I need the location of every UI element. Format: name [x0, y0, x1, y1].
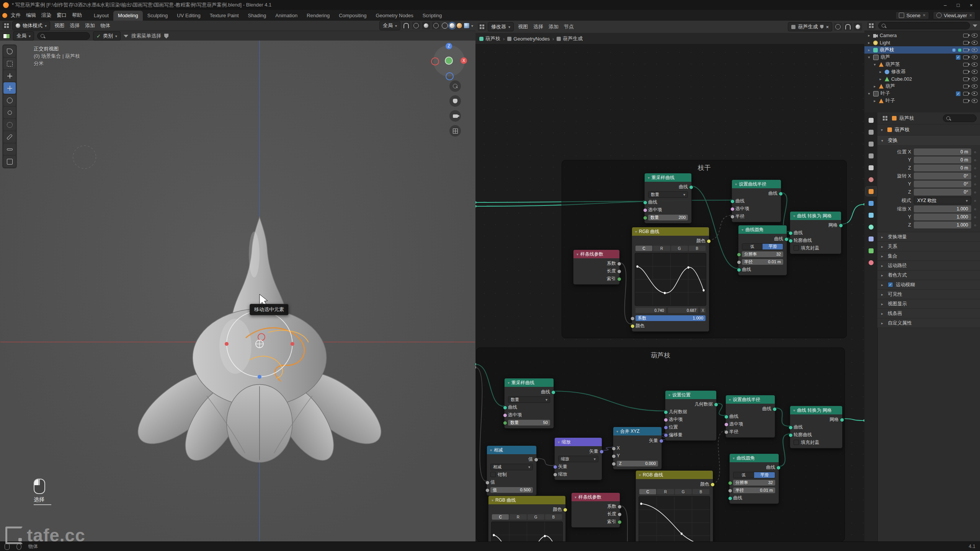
disclosure-icon[interactable]: ▸: [881, 254, 885, 258]
node-resample-curve-1[interactable]: ▾重采样曲线曲线数量▾曲线选中项数量200: [644, 173, 692, 223]
z-neg-axis-dot[interactable]: [446, 72, 454, 80]
disclosure-icon[interactable]: ▸: [878, 77, 883, 81]
eye-icon[interactable]: [972, 48, 978, 52]
node-value-field[interactable]: 分辨率32: [733, 480, 775, 486]
properties-section-运动路径[interactable]: ▸运动路径: [877, 261, 980, 271]
node-spline-parameter-2[interactable]: ▾样条线参数系数长度索引: [571, 492, 620, 528]
disclosure-icon[interactable]: ▸: [867, 41, 871, 45]
tool-add-cube[interactable]: [3, 156, 16, 167]
breadcrumb-item[interactable]: 葫芦生成: [557, 35, 583, 42]
node-value-field[interactable]: Z0.000: [617, 461, 658, 466]
viewlayer-unlink-icon[interactable]: ×: [969, 13, 972, 18]
x-neg-axis-dot[interactable]: [431, 57, 439, 65]
tool-tweak[interactable]: [3, 46, 16, 57]
properties-breadcrumb-object[interactable]: 葫芦枝: [899, 115, 914, 122]
collapse-icon[interactable]: ▾: [648, 176, 650, 180]
eye-icon[interactable]: [972, 99, 978, 103]
input-socket[interactable]: [664, 410, 668, 414]
properties-section-变换增量[interactable]: ▸变换增量: [877, 232, 980, 242]
node-editor-type-icon[interactable]: [478, 23, 486, 31]
properties-tab-material[interactable]: [866, 258, 876, 267]
tool-orientation-dropdown[interactable]: 全局 ▾: [13, 31, 34, 41]
outliner-row[interactable]: ▸葫芦枝: [864, 46, 980, 54]
disclosure-icon[interactable]: ▾: [867, 91, 871, 96]
workspace-tab-geometry-nodes[interactable]: Geometry Nodes: [371, 11, 418, 21]
menu-item[interactable]: 添加: [82, 21, 98, 30]
output-socket[interactable]: [617, 505, 622, 509]
disclosure-icon[interactable]: ▸: [881, 321, 885, 325]
output-socket[interactable]: [776, 466, 781, 470]
animate-dot[interactable]: ○: [974, 166, 976, 170]
eye-icon[interactable]: [972, 41, 978, 45]
tool-select-box[interactable]: [3, 58, 16, 69]
transform-field[interactable]: 1.000: [914, 214, 971, 220]
outliner-row[interactable]: ▸Light: [864, 39, 980, 46]
rendered-shading-icon[interactable]: [464, 23, 470, 29]
node-rgb-curves-1[interactable]: ▾RGB 曲线颜色CRGB0.7400.687X系数1.000颜色: [632, 227, 709, 332]
input-socket[interactable]: [630, 324, 635, 328]
navigation-gizmo[interactable]: Z X: [433, 45, 465, 77]
eye-icon[interactable]: [972, 55, 978, 59]
menu-item[interactable]: 视图: [515, 23, 531, 31]
node-dropdown[interactable]: 数量▾: [648, 191, 688, 198]
transform-field[interactable]: 0 m: [914, 148, 971, 155]
viewlayer-selector[interactable]: ViewLayer ×: [933, 11, 975, 20]
overlays-toggle[interactable]: [432, 22, 440, 29]
eye-icon[interactable]: [972, 70, 978, 74]
outliner-row[interactable]: ▸修改器: [864, 68, 980, 75]
node-header[interactable]: ▾RGB 曲线: [488, 496, 565, 504]
disclosure-icon[interactable]: ▸: [881, 273, 885, 277]
mode-dropdown[interactable]: 物体模式 ▾: [12, 21, 50, 30]
disclosure-icon[interactable]: ▸: [881, 311, 885, 316]
toggle-option[interactable]: 弧: [742, 244, 763, 249]
properties-section-关系[interactable]: ▸关系: [877, 242, 980, 251]
input-socket[interactable]: [612, 462, 616, 466]
collection-checkbox[interactable]: ✓: [956, 55, 961, 60]
input-socket[interactable]: [503, 406, 507, 410]
properties-tab-render[interactable]: [866, 127, 876, 137]
properties-section-线条画[interactable]: ▸线条画: [877, 309, 980, 318]
pan-button[interactable]: [449, 95, 461, 107]
curve-widget[interactable]: [635, 253, 706, 306]
gizmo-toggle[interactable]: [422, 22, 430, 29]
node-math-subtract[interactable]: ▾相减值相减▾钳制值值0.500: [487, 445, 537, 496]
node-checkbox[interactable]: [794, 245, 799, 251]
input-socket[interactable]: [728, 489, 732, 493]
collapse-icon[interactable]: ▾: [729, 398, 731, 402]
disclosure-icon[interactable]: ▸: [878, 70, 883, 74]
output-socket[interactable]: [599, 450, 604, 454]
eye-icon[interactable]: [972, 77, 978, 81]
properties-section-可见性[interactable]: ▸可见性: [877, 290, 980, 299]
toggle-option[interactable]: 弧: [733, 472, 754, 478]
orientation-dropdown[interactable]: 全局 ▾: [379, 21, 400, 30]
workspace-tab-animation[interactable]: Animation: [271, 11, 302, 21]
transform-field[interactable]: 0°: [914, 173, 971, 179]
output-socket[interactable]: [689, 185, 693, 189]
node-set-curve-radius-2[interactable]: ▾设置曲线半径曲线曲线选中项半径: [725, 395, 775, 438]
material-shading-icon[interactable]: [456, 23, 462, 29]
output-socket[interactable]: [617, 520, 622, 524]
input-socket[interactable]: [612, 454, 616, 458]
output-socket[interactable]: [784, 237, 789, 241]
properties-section-集合[interactable]: ▸集合: [877, 251, 980, 261]
animate-dot[interactable]: ○: [974, 207, 976, 211]
menu-item[interactable]: 帮助: [69, 11, 85, 20]
properties-tab-particles[interactable]: [866, 210, 876, 220]
disclosure-icon[interactable]: ▸: [872, 84, 877, 88]
animate-dot[interactable]: ○: [974, 190, 976, 194]
workspace-tab-layout[interactable]: Layout: [89, 11, 113, 21]
collapse-icon[interactable]: ▾: [668, 393, 670, 397]
node-set-position[interactable]: ▾设置位置几何数据几何数据选中项位置偏移量: [665, 390, 717, 441]
input-socket[interactable]: [643, 201, 647, 205]
outliner-row[interactable]: ▸Cube.002: [864, 75, 980, 83]
z-axis-dot[interactable]: Z: [446, 43, 452, 49]
eye-icon[interactable]: [972, 84, 978, 88]
collection-checkbox[interactable]: ✓: [956, 91, 961, 96]
disclosure-icon[interactable]: ▸: [881, 245, 885, 249]
node-value-field[interactable]: 半径0.01 m: [742, 259, 783, 265]
tool-transform[interactable]: [3, 119, 16, 130]
animate-dot[interactable]: ○: [974, 174, 976, 178]
shading-dropdown-icon[interactable]: ▾: [471, 24, 473, 28]
curve-point-y-field[interactable]: 0.687: [668, 308, 699, 313]
delete-point-button[interactable]: X: [700, 308, 706, 313]
